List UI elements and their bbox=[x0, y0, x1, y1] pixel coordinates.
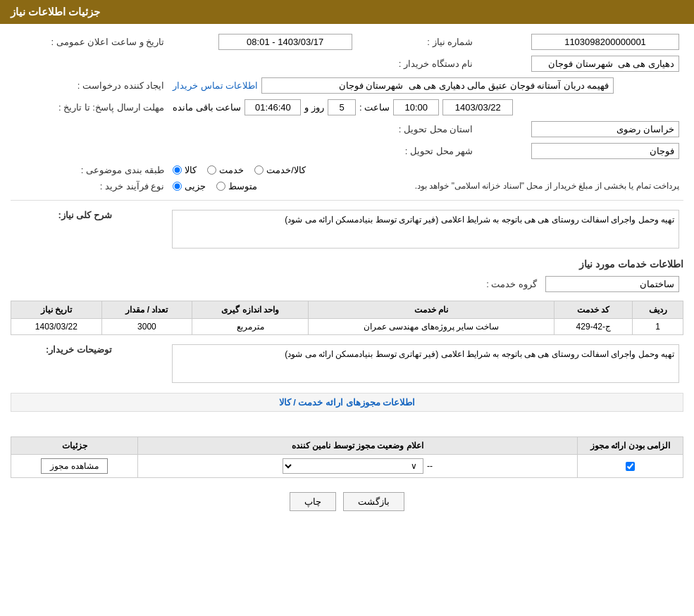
buyer-org-label: نام دستگاه خریدار : bbox=[399, 58, 473, 69]
deadline-days-label: روز و bbox=[304, 102, 324, 113]
cell-quantity: 3000 bbox=[101, 319, 192, 335]
perm-status-dropdown[interactable]: ∨ bbox=[283, 458, 423, 474]
back-button[interactable]: بازگشت bbox=[343, 492, 404, 511]
delivery-province-label: استان محل تحویل : bbox=[399, 124, 473, 134]
need-number-label: شماره نیاز : bbox=[427, 37, 473, 47]
delivery-province-input bbox=[531, 121, 679, 137]
print-button[interactable]: چاپ bbox=[290, 492, 336, 511]
category-kala-khedmat-option[interactable]: کالا/خدمت bbox=[254, 165, 306, 175]
deadline-time-label: ساعت : bbox=[359, 102, 390, 113]
need-description-label: شرح کلی نیاز: bbox=[58, 210, 112, 220]
announce-datetime-input[interactable] bbox=[218, 34, 352, 50]
perm-status-text: -- bbox=[427, 461, 433, 471]
col-unit: واحد اندازه گیری bbox=[192, 301, 309, 319]
cell-row-num: 1 bbox=[633, 319, 683, 335]
deadline-remaining-label: ساعت باقی مانده bbox=[173, 102, 241, 113]
perm-required-cell bbox=[578, 455, 683, 478]
process-jozi-option[interactable]: جزیی bbox=[173, 181, 206, 191]
cell-service-code: ج-42-429 bbox=[554, 319, 633, 335]
buyer-notes-label: توضیحات خریدار: bbox=[46, 344, 112, 355]
perm-col-details: جزئیات bbox=[11, 437, 138, 455]
creator-label: ایجاد کننده درخواست : bbox=[78, 80, 164, 91]
deadline-label: مهلت ارسال پاسخ: تا تاریخ : bbox=[58, 102, 164, 113]
category-khedmat-option[interactable]: خدمت bbox=[207, 165, 244, 175]
deadline-days-input bbox=[328, 99, 356, 115]
deadline-date-input bbox=[442, 99, 513, 115]
col-service-code: کد خدمت bbox=[554, 301, 633, 319]
perm-required-checkbox[interactable] bbox=[626, 462, 635, 471]
process-motavaset-option[interactable]: متوسط bbox=[216, 181, 257, 191]
perm-col-required: الزامی بودن ارائه مجوز bbox=[578, 437, 683, 455]
category-label: طبقه بندی موضوعی : bbox=[81, 165, 164, 175]
cell-unit: مترمربع bbox=[192, 319, 309, 335]
process-label: نوع فرآیند خرید : bbox=[100, 181, 164, 191]
process-description: پرداخت تمام یا بخشی از مبلغ خریدار از مح… bbox=[264, 181, 679, 191]
col-quantity: تعداد / مقدار bbox=[101, 301, 192, 319]
service-group-label: گروه خدمت : bbox=[486, 279, 537, 289]
service-group-row: گروه خدمت : bbox=[11, 273, 683, 295]
page-title: جزئیات اطلاعات نیاز bbox=[11, 6, 100, 18]
permissions-section-header: اطلاعات مجوزهای ارائه خدمت / کالا bbox=[11, 393, 683, 412]
footer-buttons: بازگشت چاپ bbox=[11, 492, 683, 511]
need-number-input[interactable] bbox=[531, 34, 679, 50]
col-service-name: نام خدمت bbox=[308, 301, 554, 319]
page-header: جزئیات اطلاعات نیاز bbox=[0, 0, 694, 24]
announce-datetime-label: تاریخ و ساعت اعلان عمومی : bbox=[51, 37, 165, 47]
perm-table-row: -- ∨ مشاهده مجوز bbox=[11, 455, 683, 478]
deadline-remaining-input bbox=[244, 99, 301, 115]
buyer-notes-section: تهیه وحمل واجرای اسفالت روستای هی هی بات… bbox=[11, 341, 683, 386]
buyer-notes-text: تهیه وحمل واجرای اسفالت روستای هی هی بات… bbox=[285, 349, 674, 359]
col-row-num: ردیف bbox=[633, 301, 683, 319]
need-description-text: تهیه وحمل واجرای اسفالت روستای هی هی بات… bbox=[285, 215, 674, 225]
service-table: ردیف کد خدمت نام خدمت واحد اندازه گیری ت… bbox=[11, 301, 683, 335]
delivery-city-input bbox=[531, 143, 679, 159]
info-table: شماره نیاز : تاریخ و ساعت اعلان عمومی : … bbox=[11, 31, 683, 194]
buyer-org-input[interactable] bbox=[531, 56, 679, 72]
delivery-city-label: شهر محل تحویل : bbox=[405, 146, 473, 156]
service-info-title: اطلاعات خدمات مورد نیاز bbox=[11, 258, 683, 270]
perm-col-status: اعلام وضعیت مجوز توسط نامین کننده bbox=[138, 437, 578, 455]
creator-input[interactable] bbox=[261, 77, 614, 94]
table-row: 1 ج-42-429 ساخت سایر پروژه‌های مهندسی عم… bbox=[11, 319, 683, 335]
perm-status-cell: -- ∨ bbox=[138, 455, 578, 478]
col-date: تاریخ نیاز bbox=[11, 301, 102, 319]
need-description-section: تهیه وحمل واجرای اسفالت روستای هی هی بات… bbox=[11, 206, 683, 251]
category-kala-option[interactable]: کالا bbox=[173, 165, 197, 175]
perm-details-cell: مشاهده مجوز bbox=[11, 455, 138, 478]
service-group-input bbox=[545, 276, 679, 292]
deadline-time-input bbox=[393, 99, 439, 115]
cell-service-name: ساخت سایر پروژه‌های مهندسی عمران bbox=[308, 319, 554, 335]
view-permit-button[interactable]: مشاهده مجوز bbox=[41, 458, 107, 474]
contact-info-link[interactable]: اطلاعات تماس خریدار bbox=[173, 80, 258, 91]
permissions-table: الزامی بودن ارائه مجوز اعلام وضعیت مجوز … bbox=[11, 436, 683, 478]
cell-date: 1403/03/22 bbox=[11, 319, 102, 335]
